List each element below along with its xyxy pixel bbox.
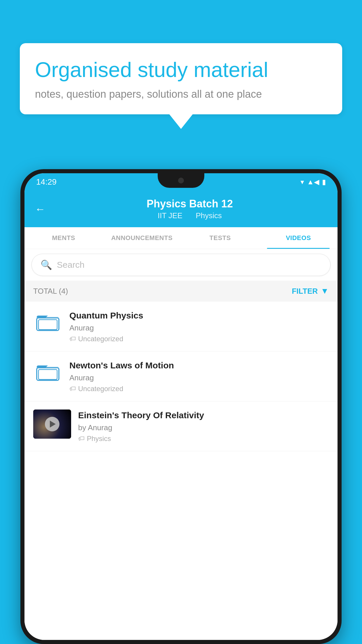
video-title: Quantum Physics — [69, 310, 329, 321]
speech-bubble-arrow — [169, 114, 193, 129]
video-list: Quantum Physics Anurag 🏷 Uncategorized — [24, 302, 338, 640]
filter-button[interactable]: FILTER ▼ — [292, 286, 329, 296]
filter-label: FILTER — [292, 287, 318, 296]
list-item[interactable]: Newton's Laws of Motion Anurag 🏷 Uncateg… — [24, 351, 338, 401]
camera — [178, 178, 184, 183]
tag-icon: 🏷 — [69, 335, 76, 343]
total-count: TOTAL (4) — [33, 287, 68, 296]
svg-rect-6 — [38, 370, 57, 379]
status-icons: ▾ ▲◀ ▮ — [301, 178, 326, 186]
folder-icon-wrap — [33, 360, 62, 383]
video-author: Anurag — [69, 323, 329, 332]
folder-icon — [36, 362, 59, 381]
hero-section: Organised study material notes, question… — [20, 43, 342, 129]
tab-tests[interactable]: TESTS — [181, 227, 259, 249]
svg-rect-2 — [38, 320, 57, 330]
tag-text: Uncategorized — [78, 335, 123, 343]
video-author: Anurag — [69, 373, 329, 382]
phone-screen: 14:29 ▾ ▲◀ ▮ ← Physics Batch 12 — [24, 173, 338, 640]
notch — [158, 173, 204, 188]
video-author: by Anurag — [78, 423, 329, 432]
folder-icon-wrap — [33, 310, 62, 333]
hero-subtitle: notes, question papers, solutions all at… — [35, 88, 327, 100]
app-header: ← Physics Batch 12 IIT JEE Physics — [24, 191, 338, 227]
video-title: Einstein's Theory Of Relativity — [78, 410, 329, 421]
phone-outer: 14:29 ▾ ▲◀ ▮ ← Physics Batch 12 — [20, 169, 342, 644]
filter-icon: ▼ — [321, 286, 329, 296]
subtitle-part2: Physics — [196, 211, 222, 220]
video-thumbnail — [33, 410, 71, 439]
video-tag: 🏷 Uncategorized — [69, 335, 329, 343]
play-icon — [50, 421, 56, 428]
tab-bar: MENTS ANNOUNCEMENTS TESTS VIDEOS — [24, 227, 338, 249]
subtitle-part1: IIT JEE — [158, 211, 182, 220]
filter-row: TOTAL (4) FILTER ▼ — [24, 281, 338, 302]
list-item[interactable]: Quantum Physics Anurag 🏷 Uncategorized — [24, 302, 338, 351]
wifi-icon: ▾ — [301, 178, 304, 186]
video-info: Einstein's Theory Of Relativity by Anura… — [78, 410, 329, 443]
tag-icon: 🏷 — [78, 435, 85, 442]
hero-title: Organised study material — [35, 57, 327, 82]
video-title: Newton's Laws of Motion — [69, 360, 329, 371]
page-title: Physics Batch 12 — [52, 198, 327, 210]
tab-videos[interactable]: VIDEOS — [259, 227, 338, 249]
video-info: Quantum Physics Anurag 🏷 Uncategorized — [69, 310, 329, 343]
tag-icon: 🏷 — [69, 385, 76, 393]
search-placeholder: Search — [57, 260, 85, 270]
tab-documents[interactable]: MENTS — [24, 227, 103, 249]
back-button[interactable]: ← — [35, 203, 45, 215]
battery-icon: ▮ — [322, 178, 326, 186]
search-icon: 🔍 — [41, 259, 52, 270]
status-bar: 14:29 ▾ ▲◀ ▮ — [24, 173, 338, 191]
search-bar[interactable]: 🔍 Search — [31, 254, 331, 276]
page-subtitle: IIT JEE Physics — [52, 211, 327, 220]
subtitle-separator — [188, 211, 192, 220]
search-container: 🔍 Search — [24, 249, 338, 281]
list-item[interactable]: Einstein's Theory Of Relativity by Anura… — [24, 401, 338, 451]
signal-icon: ▲◀ — [307, 178, 319, 186]
video-tag: 🏷 Physics — [78, 435, 329, 443]
tab-announcements[interactable]: ANNOUNCEMENTS — [103, 227, 181, 249]
folder-icon — [36, 312, 59, 331]
speech-bubble: Organised study material notes, question… — [20, 43, 342, 114]
header-title-block: Physics Batch 12 IIT JEE Physics — [52, 198, 327, 220]
status-time: 14:29 — [36, 177, 57, 187]
phone-mockup: 14:29 ▾ ▲◀ ▮ ← Physics Batch 12 — [20, 169, 342, 644]
tag-text: Physics — [87, 435, 111, 443]
video-info: Newton's Laws of Motion Anurag 🏷 Uncateg… — [69, 360, 329, 393]
play-button[interactable] — [45, 417, 59, 431]
video-tag: 🏷 Uncategorized — [69, 385, 329, 393]
tag-text: Uncategorized — [78, 385, 123, 393]
